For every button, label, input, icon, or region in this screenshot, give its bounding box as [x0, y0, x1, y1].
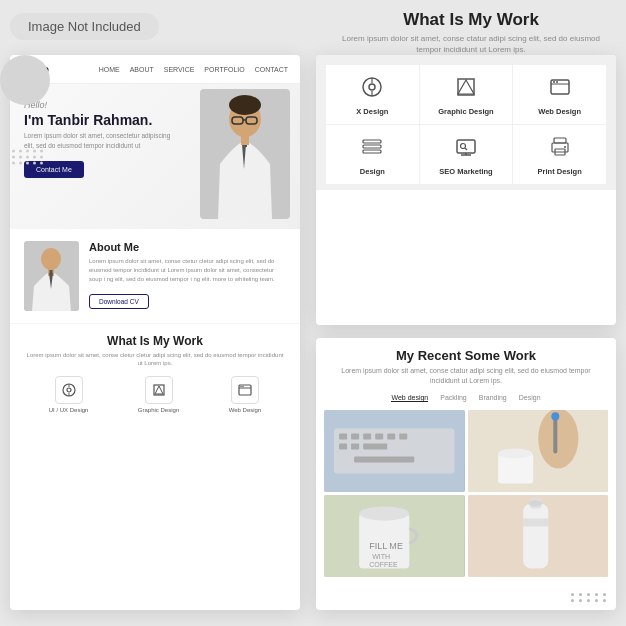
web-design-label: Web Design — [519, 107, 600, 116]
print-label: Print Design — [519, 167, 600, 176]
ui-ux-icon — [55, 376, 83, 404]
decorative-circle — [0, 55, 50, 105]
nav-links: HOME ABOUT SERVICE PORTFOLIO CONTACT — [99, 66, 288, 73]
work-tabs: Web design Packling Branding Design — [316, 394, 616, 410]
svg-rect-53 — [351, 443, 359, 449]
svg-rect-46 — [339, 433, 347, 439]
svg-rect-47 — [351, 433, 359, 439]
svg-rect-49 — [375, 433, 383, 439]
design-icon — [360, 135, 384, 159]
tab-design[interactable]: Design — [519, 394, 541, 402]
work-title: What Is My Work — [24, 334, 286, 348]
hero-greeting: Hello! — [24, 100, 179, 110]
seo-icon — [454, 135, 478, 159]
right-main-description: Lorem ipsum dolor sit amet, conse ctatur… — [336, 33, 606, 55]
svg-rect-50 — [387, 433, 395, 439]
svg-rect-32 — [363, 140, 381, 143]
svg-rect-51 — [399, 433, 407, 439]
svg-point-23 — [369, 84, 375, 90]
hero-name: I'm Tanbir Rahman. — [24, 112, 179, 129]
nav-home[interactable]: HOME — [99, 66, 120, 73]
svg-rect-54 — [363, 443, 387, 449]
svg-point-21 — [242, 386, 243, 387]
web-label: Web Design — [229, 407, 262, 413]
dots-decoration-left — [12, 149, 44, 164]
about-person-svg — [24, 241, 79, 311]
svg-rect-26 — [458, 79, 474, 95]
nav-service[interactable]: SERVICE — [164, 66, 195, 73]
svg-rect-55 — [354, 456, 414, 462]
person-silhouette — [200, 89, 290, 219]
about-section: About Me Lorem ipsum dolor sit amet, con… — [10, 229, 300, 324]
recent-work-title: My Recent Some Work — [330, 348, 602, 363]
hero-description: Lorem ipsum dolor sit amet, consectetur … — [24, 131, 179, 151]
about-description: Lorem ipsum dolor sit amet, conse ctetur… — [89, 257, 286, 284]
right-title-area: What Is My Work Lorem ipsum dolor sit am… — [316, 0, 626, 61]
graphic-design-label: Graphic Design — [426, 107, 507, 116]
svg-rect-40 — [554, 138, 566, 143]
service-graphic-design: Graphic Design — [420, 65, 513, 124]
nav-about[interactable]: ABOUT — [130, 66, 154, 73]
svg-point-13 — [67, 388, 71, 392]
recent-work-description: Lorem ipsum dolor sit amet, conse ctatur… — [330, 366, 602, 386]
work-thumbnails-grid: FILL ME WITH COFFEE — [316, 410, 616, 585]
right-services-panel: X Design Graphic Design Web Design — [316, 55, 616, 325]
svg-point-64 — [359, 506, 409, 520]
hero-person-image — [200, 89, 290, 219]
web-design-icon — [548, 75, 572, 99]
ui-ux-label: UI / UX Design — [49, 407, 89, 413]
svg-point-72 — [528, 500, 542, 506]
svg-point-61 — [498, 448, 532, 458]
graphic-label: Graphic Design — [138, 407, 179, 413]
service-graphic: Graphic Design — [138, 376, 179, 413]
recent-work-header: My Recent Some Work Lorem ipsum dolor si… — [316, 338, 616, 394]
work-thumb-1 — [324, 410, 465, 492]
service-web-design: Web Design — [513, 65, 606, 124]
svg-point-59 — [551, 412, 559, 420]
work-description: Lorem ipsum dolor sit amet, conse cletur… — [24, 351, 286, 368]
service-design: Design — [326, 125, 419, 184]
left-portfolio-card: Logo HOME ABOUT SERVICE PORTFOLIO CONTAC… — [10, 55, 300, 610]
services-grid: X Design Graphic Design Web Design — [316, 55, 616, 190]
svg-text:FILL ME: FILL ME — [369, 540, 403, 550]
service-x-design: X Design — [326, 65, 419, 124]
nav-contact[interactable]: CONTACT — [255, 66, 288, 73]
download-cv-button[interactable]: Download CV — [89, 294, 149, 309]
svg-rect-7 — [241, 135, 249, 145]
svg-line-39 — [465, 148, 467, 150]
tab-web-design[interactable]: Web design — [391, 394, 428, 402]
hero-text: Hello! I'm Tanbir Rahman. Lorem ipsum do… — [24, 100, 179, 178]
tab-branding[interactable]: Branding — [479, 394, 507, 402]
work-thumb-3: FILL ME WITH COFFEE — [324, 495, 465, 577]
svg-rect-52 — [339, 443, 347, 449]
svg-point-2 — [229, 95, 261, 115]
svg-text:WITH: WITH — [372, 552, 390, 559]
work-thumb-2 — [468, 410, 609, 492]
svg-rect-69 — [523, 503, 548, 568]
web-icon — [231, 376, 259, 404]
service-seo: SEO Marketing — [420, 125, 513, 184]
tab-packling[interactable]: Packling — [440, 394, 466, 402]
x-design-label: X Design — [332, 107, 413, 116]
svg-marker-17 — [155, 386, 163, 394]
svg-point-20 — [240, 386, 241, 387]
svg-rect-33 — [363, 145, 381, 148]
svg-point-30 — [553, 81, 555, 83]
nav-portfolio[interactable]: PORTFOLIO — [204, 66, 244, 73]
svg-rect-11 — [50, 270, 53, 274]
work-section: What Is My Work Lorem ipsum dolor sit am… — [10, 324, 300, 423]
hero-section: Hello! I'm Tanbir Rahman. Lorem ipsum do… — [10, 84, 300, 229]
about-photo — [24, 241, 79, 311]
service-ui-ux: UI / UX Design — [49, 376, 89, 413]
about-text: About Me Lorem ipsum dolor sit amet, con… — [89, 241, 286, 311]
graphic-design-icon — [454, 75, 478, 99]
work-thumb-4 — [468, 495, 609, 577]
right-main-title: What Is My Work — [336, 10, 606, 30]
design-label: Design — [332, 167, 413, 176]
seo-label: SEO Marketing — [426, 167, 507, 176]
svg-point-31 — [556, 81, 558, 83]
svg-text:COFFEE: COFFEE — [369, 560, 398, 567]
service-icons-row: UI / UX Design Graphic Design — [24, 376, 286, 417]
not-included-label: Image Not Included — [10, 13, 159, 40]
service-web: Web Design — [229, 376, 262, 413]
